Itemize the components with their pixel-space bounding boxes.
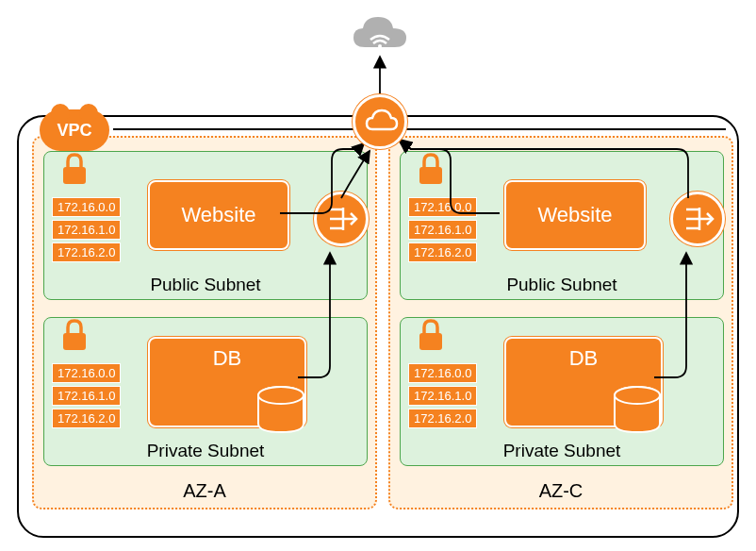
website-service: Website	[504, 180, 646, 250]
subnet-label: Private Subnet	[401, 441, 723, 461]
website-service: Website	[148, 180, 289, 250]
cidr-block: 172.16.1.0	[52, 386, 121, 406]
availability-zone-c: 172.16.0.0 172.16.1.0 172.16.2.0 Website	[388, 136, 733, 509]
vpc-container: 172.16.0.0 172.16.1.0 172.16.2.0 Website	[17, 115, 739, 538]
lock-icon	[58, 150, 91, 188]
cidr-block: 172.16.0.0	[52, 197, 121, 217]
cidr-list: 172.16.0.0 172.16.1.0 172.16.2.0	[408, 197, 477, 262]
cidr-block: 172.16.1.0	[52, 220, 121, 240]
cidr-block: 172.16.0.0	[408, 363, 477, 383]
cidr-block: 172.16.2.0	[52, 242, 121, 262]
svg-point-12	[258, 387, 304, 404]
svg-rect-10	[63, 333, 86, 350]
subnet-label: Public Subnet	[401, 275, 723, 295]
cidr-block: 172.16.2.0	[408, 242, 477, 262]
public-subnet-c: 172.16.0.0 172.16.1.0 172.16.2.0 Website	[400, 151, 724, 300]
nat-gateway-icon	[670, 192, 725, 246]
lock-icon	[58, 316, 91, 354]
cidr-block: 172.16.1.0	[408, 220, 477, 240]
diagram-canvas: 172.16.0.0 172.16.1.0 172.16.2.0 Website	[0, 0, 756, 551]
cidr-block: 172.16.0.0	[52, 363, 121, 383]
cidr-block: 172.16.2.0	[408, 409, 477, 428]
svg-rect-19	[419, 333, 442, 350]
svg-point-21	[615, 387, 660, 404]
az-label: AZ-C	[390, 480, 731, 502]
az-label: AZ-A	[34, 480, 375, 502]
lock-icon	[414, 316, 448, 354]
nat-gateway-icon	[314, 192, 369, 246]
service-label: Website	[181, 203, 255, 227]
cidr-list: 172.16.0.0 172.16.1.0 172.16.2.0	[408, 363, 477, 428]
database-service: DB	[504, 337, 663, 427]
database-service: DB	[148, 337, 306, 427]
database-icon	[254, 386, 308, 435]
cidr-list: 172.16.0.0 172.16.1.0 172.16.2.0	[52, 363, 121, 428]
cidr-block: 172.16.2.0	[52, 409, 121, 428]
internet-cloud-icon	[346, 8, 414, 58]
cidr-block: 172.16.1.0	[408, 386, 477, 406]
service-label: Website	[537, 203, 612, 227]
service-label: DB	[213, 346, 242, 371]
private-subnet-c: 172.16.0.0 172.16.1.0 172.16.2.0 DB Priv…	[400, 317, 724, 466]
vpc-badge: VPC	[40, 109, 109, 151]
service-label: DB	[569, 346, 599, 371]
database-icon	[610, 386, 665, 435]
availability-zone-a: 172.16.0.0 172.16.1.0 172.16.2.0 Website	[32, 136, 377, 509]
internet-gateway-icon	[353, 94, 407, 149]
public-subnet-a: 172.16.0.0 172.16.1.0 172.16.2.0 Website	[43, 151, 368, 300]
subnet-label: Private Subnet	[44, 441, 367, 461]
cidr-list: 172.16.0.0 172.16.1.0 172.16.2.0	[52, 197, 121, 262]
private-subnet-a: 172.16.0.0 172.16.1.0 172.16.2.0 DB Priv…	[43, 317, 368, 466]
svg-point-0	[378, 44, 382, 48]
svg-rect-13	[419, 167, 442, 184]
cidr-block: 172.16.0.0	[408, 197, 477, 217]
svg-rect-4	[63, 167, 86, 184]
lock-icon	[414, 150, 448, 188]
subnet-label: Public Subnet	[44, 275, 367, 295]
vpc-label: VPC	[57, 121, 91, 141]
